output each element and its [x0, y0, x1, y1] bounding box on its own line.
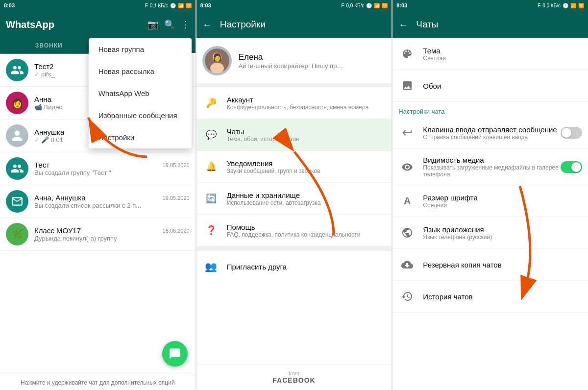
chat-preview: Вы создали группу "Тест " — [34, 169, 190, 176]
menu-item-whatsapp-web[interactable]: WhatsApp Web — [89, 82, 192, 104]
menu-item-starred[interactable]: Избранные сообщения — [89, 104, 192, 126]
profile-info: Елена АйТи-шный копирайтер. Пишу прост..… — [239, 52, 346, 70]
settings-item-help[interactable]: ❓ Помощь FAQ, поддержка, политика конфид… — [196, 215, 392, 246]
toggle-thumb — [562, 128, 571, 138]
chat-info: Анна, Аннушка 19.05.2020 Вы создали спис… — [34, 194, 190, 209]
enter-key-icon — [398, 124, 416, 142]
language-icon — [398, 224, 416, 242]
chats-item-enter-key[interactable]: Клавиша ввода отправляет сообщение Отпра… — [392, 117, 588, 149]
status-bar-panel1: 8:03 F 0,1 КБ/с 🕐 📶 🛜 — [0, 0, 196, 11]
more-icon[interactable]: ⋮ — [181, 19, 190, 30]
settings-item-data[interactable]: 🔄 Данные и хранилище Использование сети,… — [196, 183, 392, 215]
history-icon — [398, 288, 416, 305]
signal-icon-panel1: 📶 — [178, 3, 184, 8]
from-text: from — [202, 370, 386, 376]
settings-item-account[interactable]: 🔑 Аккаунт Конфиденциальность, безопаснос… — [196, 87, 392, 119]
chats-item-backup[interactable]: Резервная копия чатов — [392, 249, 588, 281]
settings-header: ← Настройки — [196, 11, 392, 38]
fb-icon3: F — [538, 3, 540, 8]
header-panel1: WhatsApp 📷 🔍 ⋮ — [0, 11, 196, 38]
profile-section[interactable]: 👩 Елена АйТи-шный копирайтер. Пишу прост… — [196, 38, 392, 87]
menu-item-new-group[interactable]: Новая группа — [89, 38, 192, 60]
backup-text: Резервная копия чатов — [423, 261, 501, 269]
divider — [196, 246, 392, 250]
brand-text: FACEBOOK — [202, 376, 386, 384]
history-text: История чатов — [423, 292, 472, 301]
chats-item-language[interactable]: Язык приложения Язык телефона (русский) — [392, 217, 588, 249]
tab-calls[interactable]: ЗВОНКИ — [0, 38, 98, 53]
theme-text: Тема Светлая — [423, 47, 446, 62]
settings-item-notifications[interactable]: 🔔 Уведомления Звуки сообщений, групп и з… — [196, 151, 392, 183]
status-right-panel3: F 0,0 КБ/с 🕐 📶 🛜 — [538, 3, 584, 8]
avatar: 🌿 — [6, 223, 28, 245]
status-right-panel2: F 0,0 КБ/с 🕐 📶 🛜 — [341, 3, 388, 8]
svg-text:👩: 👩 — [212, 53, 221, 62]
chat-info: Класс МОУ17 18.06.2020 Дурында покинул(-… — [34, 226, 190, 242]
profile-bio: АйТи-шный копирайтер. Пишу прост... — [239, 62, 346, 70]
chats-item-theme[interactable]: Тема Светлая — [392, 38, 588, 70]
media-visibility-toggle[interactable] — [561, 161, 582, 173]
list-item[interactable]: 🌿 Класс МОУ17 18.06.2020 Дурында покинул… — [0, 218, 196, 251]
dropdown-menu[interactable]: Новая группа Новая рассылка WhatsApp Web… — [89, 38, 192, 148]
network-speed-panel2: 0,0 КБ/с — [346, 3, 364, 8]
camera-icon[interactable]: 📷 — [147, 19, 158, 30]
notifications-text: Уведомления Звуки сообщений, групп и зво… — [227, 159, 320, 174]
enter-key-toggle[interactable] — [561, 127, 582, 139]
chats-item-font-size[interactable]: A Размер шрифта Средний — [392, 185, 588, 217]
check-icon: ✓ — [34, 137, 39, 144]
account-text: Аккаунт Конфиденциальность, безопасность… — [227, 96, 369, 111]
chat-name: Тест 19.05.2020 — [34, 161, 190, 169]
wallpaper-text: Обои — [423, 82, 441, 90]
chat-name: Анна, Аннушка 19.05.2020 — [34, 194, 190, 202]
settings-title: Настройки — [220, 19, 266, 30]
help-text: Помощь FAQ, поддержка, политика конфиден… — [227, 223, 361, 238]
chats-item-media-visibility[interactable]: Видимость медиа Показывать загруженные м… — [392, 149, 588, 185]
menu-item-new-broadcast[interactable]: Новая рассылка — [89, 60, 192, 82]
status-bar-panel2: 8:03 F 0,0 КБ/с 🕐 📶 🛜 — [196, 0, 392, 11]
invite-item[interactable]: 👥 Пригласить друга — [196, 250, 392, 282]
theme-icon — [398, 45, 416, 63]
menu-item-settings[interactable]: Настройки — [89, 126, 192, 148]
invite-icon: 👥 — [202, 258, 220, 275]
network-speed-panel1: 0,1 КБ/с — [150, 3, 168, 8]
back-button[interactable]: ← — [202, 19, 212, 30]
chats-back-button[interactable]: ← — [398, 19, 408, 30]
list-item[interactable]: Анна, Аннушка 19.05.2020 Вы создали спис… — [0, 185, 196, 218]
enter-key-text: Клавиша ввода отправляет сообщение Отпра… — [423, 125, 561, 141]
list-item[interactable]: Тест 19.05.2020 Вы создали группу "Тест … — [0, 152, 196, 185]
avatar — [6, 157, 28, 180]
fb-icon: F — [145, 3, 148, 8]
language-text: Язык приложения Язык телефона (русский) — [423, 225, 492, 241]
help-icon: ❓ — [202, 221, 220, 239]
chats-item-history[interactable]: История чатов — [392, 281, 588, 313]
status-right-panel1: F 0,1 КБ/с 🕐 📶 🛜 — [145, 3, 192, 8]
chats-settings-list: Тема Светлая Обои Настройки чата — [392, 38, 588, 390]
profile-avatar: 👩 — [202, 46, 232, 75]
clock-icon-panel1: 🕐 — [170, 3, 176, 8]
chats-icon: 💬 — [202, 126, 220, 144]
chat-settings-section-label: Настройки чата — [392, 102, 588, 117]
chat-preview: Дурында покинул(-а) группу — [34, 235, 190, 242]
media-visibility-text: Видимость медиа Показывать загруженные м… — [423, 156, 561, 178]
app-title: WhatsApp — [6, 19, 54, 30]
signal-icon-panel2: 📶 — [374, 3, 380, 8]
network-speed-panel3: 0,0 КБ/с — [542, 3, 561, 8]
bottom-hint: Нажмите и удерживайте чат для дополнител… — [0, 375, 196, 390]
check-icon: ✓ — [34, 71, 39, 78]
avatar — [6, 190, 28, 213]
chat-preview: Вы создали список рассылки с 2 п... — [34, 202, 190, 209]
font-size-icon: A — [398, 192, 416, 210]
chats-text: Чаты Тема, обои, история чатов — [227, 127, 299, 143]
wifi-icon-panel2: 🛜 — [382, 3, 388, 8]
time-panel1: 8:03 — [4, 2, 15, 8]
chats-item-wallpaper[interactable]: Обои — [392, 70, 588, 102]
chat-name: Класс МОУ17 18.06.2020 — [34, 226, 190, 235]
clock-icon-panel3: 🕐 — [563, 3, 568, 8]
avatar — [6, 124, 28, 147]
wallpaper-icon — [398, 77, 416, 95]
compose-fab[interactable] — [162, 341, 188, 366]
search-icon[interactable]: 🔍 — [164, 19, 175, 30]
settings-item-chats[interactable]: 💬 Чаты Тема, обои, история чатов — [196, 119, 392, 151]
signal-icon-panel3: 📶 — [570, 3, 576, 8]
toggle-thumb2 — [571, 162, 581, 172]
